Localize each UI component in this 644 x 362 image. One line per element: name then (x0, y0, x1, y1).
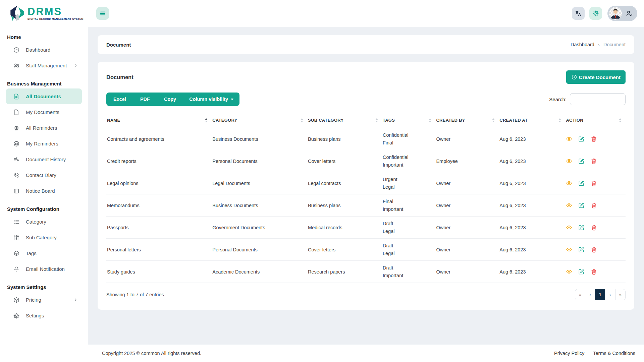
sidebar-item-sub-category[interactable]: Sub Category (6, 230, 82, 245)
view-icon[interactable] (566, 246, 572, 253)
column-header-tags[interactable]: TAGS (382, 113, 435, 128)
table-row[interactable]: Credit reports Personal Documents Cover … (106, 150, 626, 172)
sidebar-item-pricing[interactable]: Pricing (6, 292, 82, 308)
sidebar-item-label: Document History (26, 157, 66, 162)
pagination-first-button[interactable]: « (575, 289, 585, 300)
panel-header: Document Create Document (106, 70, 626, 84)
table-row[interactable]: Legal opinions Legal Documents Legal con… (106, 172, 626, 194)
tag-label: Draft (383, 220, 432, 227)
search-area: Search: (549, 93, 626, 105)
pagination-prev-button[interactable]: ‹ (585, 289, 595, 300)
column-header-sub-category[interactable]: SUB CATEGORY (307, 113, 382, 128)
page-title: Document (106, 42, 131, 48)
sidebar-item-my-reminders[interactable]: My Reminders (6, 136, 82, 152)
create-document-button[interactable]: Create Document (566, 70, 626, 84)
sidebar-item-notice-board[interactable]: Notice Board (6, 183, 82, 199)
export-excel-button[interactable]: Excel (106, 93, 133, 106)
sidebar-item-all-reminders[interactable]: All Reminders (6, 120, 82, 136)
column-header-name[interactable]: NAME (106, 113, 212, 128)
cell-category: Personal Documents (212, 150, 307, 172)
export-pdf-button[interactable]: PDF (133, 93, 157, 106)
search-input[interactable] (570, 93, 626, 105)
sidebar-item-label: Pricing (26, 297, 41, 303)
column-visibility-button[interactable]: Column visibility (183, 93, 239, 106)
cell-created-at: Aug 6, 2023 (499, 239, 565, 261)
view-icon[interactable] (566, 268, 572, 275)
table-toolbar: Excel PDF Copy Column visibility Search: (106, 93, 626, 106)
brand-text: DRMS DIGITAL RECORD MANAGEMENT SYSTEM (28, 6, 84, 20)
edit-icon[interactable] (578, 158, 585, 164)
chevron-right-icon (73, 298, 78, 302)
delete-icon[interactable] (591, 202, 597, 208)
sidebar-item-document-history[interactable]: Document History (6, 152, 82, 167)
view-icon[interactable] (566, 136, 572, 142)
delete-icon[interactable] (591, 180, 597, 186)
menu-button[interactable] (96, 7, 109, 20)
sort-icon (619, 118, 622, 122)
notice-board-icon (13, 187, 20, 195)
table-row[interactable]: Study guides Academic Documents Research… (106, 261, 626, 283)
view-icon[interactable] (566, 158, 572, 164)
edit-icon[interactable] (578, 268, 585, 275)
terms-conditions-link[interactable]: Terms & Conditions (593, 351, 635, 356)
sidebar-item-staff-management[interactable]: Staff Management (6, 58, 82, 73)
edit-icon[interactable] (578, 246, 585, 253)
delete-icon[interactable] (591, 158, 597, 164)
cell-created-by: Owner (435, 194, 499, 217)
tag-label: Final (383, 139, 432, 146)
sidebar-item-my-documents[interactable]: My Documents (6, 104, 82, 120)
sidebar-item-category[interactable]: Category (6, 214, 82, 230)
export-copy-button[interactable]: Copy (157, 93, 183, 106)
translate-button[interactable] (572, 7, 585, 20)
cell-tags: UrgentLegal (382, 172, 435, 194)
pagination-last-button[interactable]: » (615, 289, 626, 300)
sidebar-item-contact-diary[interactable]: Contact Diary (6, 167, 82, 183)
delete-icon[interactable] (591, 246, 597, 253)
sidebar-item-label: Category (26, 219, 46, 225)
cell-tags: ConfidentialFinal (382, 128, 435, 150)
table-row[interactable]: Personal letters Personal Documents Cove… (106, 239, 626, 261)
bell-icon (13, 265, 20, 273)
settings-button[interactable] (589, 7, 602, 20)
column-header-created-by[interactable]: CREATED BY (435, 113, 499, 128)
delete-icon[interactable] (591, 224, 597, 231)
breadcrumb-current: Document (603, 42, 626, 47)
sidebar-item-all-documents[interactable]: All Documents (6, 88, 82, 104)
sidebar-section-business: Business Management (0, 81, 88, 86)
edit-icon[interactable] (578, 224, 585, 231)
brand-logo[interactable]: DRMS DIGITAL RECORD MANAGEMENT SYSTEM (0, 0, 88, 27)
view-icon[interactable] (566, 180, 572, 186)
sidebar-item-email-notification[interactable]: Email Notification (6, 261, 82, 277)
pagination-page-1-button[interactable]: 1 (595, 289, 605, 300)
edit-icon[interactable] (578, 180, 585, 186)
table-row[interactable]: Memorandums Business Documents Business … (106, 194, 626, 217)
profile-menu[interactable] (607, 6, 637, 21)
table-row[interactable]: Passports Government Documents Medical r… (106, 217, 626, 239)
column-visibility-label: Column visibility (189, 97, 228, 102)
edit-icon[interactable] (578, 136, 585, 142)
cell-sub-category: Legal contracts (307, 172, 382, 194)
sidebar-item-dashboard[interactable]: Dashboard (6, 42, 82, 58)
column-header-created-at[interactable]: CREATED AT (499, 113, 565, 128)
tag-label: Important (383, 205, 432, 213)
tag-label: Urgent (383, 176, 432, 183)
table-row[interactable]: Contracts and agreements Business Docume… (106, 128, 626, 150)
privacy-policy-link[interactable]: Privacy Policy (554, 351, 584, 356)
column-header-action[interactable]: ACTION (565, 113, 626, 128)
sidebar-item-tags[interactable]: Tags (6, 245, 82, 261)
caret-down-icon (231, 99, 233, 100)
cell-tags: ConfidentialImportant (382, 150, 435, 172)
view-icon[interactable] (566, 202, 572, 208)
delete-icon[interactable] (591, 136, 597, 142)
column-header-category[interactable]: CATEGORY (212, 113, 307, 128)
copyright-text: Copyright 2025 © common All rights reser… (102, 351, 201, 356)
cell-created-by: Employee (435, 150, 499, 172)
edit-icon[interactable] (578, 202, 585, 208)
app-root: DRMS DIGITAL RECORD MANAGEMENT SYSTEM Ho… (0, 0, 644, 362)
breadcrumb-dashboard[interactable]: Dashboard (571, 42, 594, 47)
cell-sub-category: Business plans (307, 128, 382, 150)
pagination-next-button[interactable]: › (605, 289, 615, 300)
delete-icon[interactable] (591, 268, 597, 275)
view-icon[interactable] (566, 224, 572, 231)
sidebar-item-settings[interactable]: Settings (6, 308, 82, 323)
